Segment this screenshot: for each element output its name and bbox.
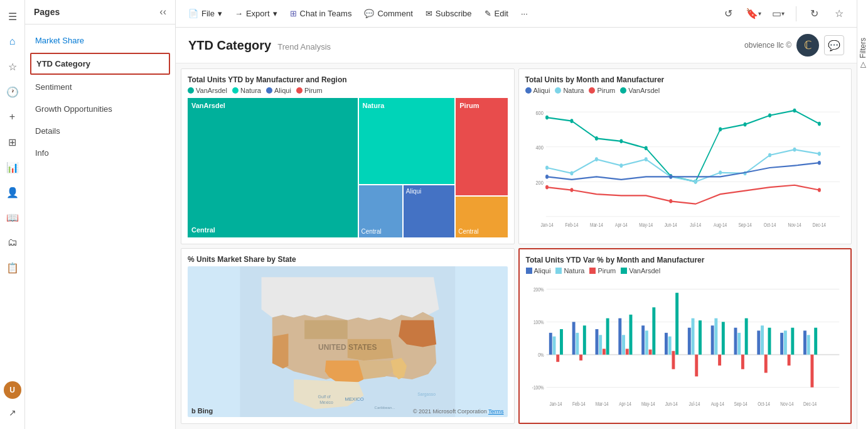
treemap-middle-bottom: Central Aliqui <box>359 185 455 237</box>
svg-rect-81 <box>641 325 645 354</box>
sidebar-item-sentiment[interactable]: Sentiment <box>25 76 175 98</box>
map-copyright[interactable]: © 2021 Microsoft Corporation Terms <box>413 408 504 415</box>
home-button[interactable]: ⌂ <box>1 30 24 53</box>
svg-rect-87 <box>672 351 675 369</box>
bar-chart-visual[interactable]: 200% 100% 0% -100% <box>526 278 845 416</box>
natura-bar-label: Natura <box>564 267 584 274</box>
view-button[interactable]: ▭ ▾ <box>768 4 788 24</box>
treemap-vanarsdel[interactable]: VanArsdel Central <box>188 98 358 237</box>
aliqui-label-treemap: Aliqui <box>274 87 291 94</box>
sidebar-item-details[interactable]: Details <box>25 120 175 142</box>
sidebar-item-growth-opportunities[interactable]: Growth Opportunities <box>25 98 175 120</box>
legend-aliqui-line: Aliqui <box>525 87 550 94</box>
user-avatar[interactable]: U <box>4 381 21 399</box>
vanarsdel-dot <box>188 87 194 94</box>
file-button[interactable]: 📄 File ▾ <box>183 6 227 21</box>
report-subtitle: Trend Analysis <box>277 42 331 52</box>
svg-rect-101 <box>757 330 760 354</box>
undo-button[interactable]: ↺ <box>718 4 738 24</box>
pages-sidebar: Pages ‹‹ Market Share YTD Category Senti… <box>25 0 176 429</box>
svg-rect-107 <box>787 355 790 366</box>
star-report-button[interactable]: ☆ <box>829 4 849 24</box>
collapse-sidebar-button[interactable]: ‹‹ <box>159 6 166 18</box>
vanarsdel-bar-square <box>621 268 627 274</box>
treemap-visual[interactable]: VanArsdel Central Natura Central Ali <box>188 98 508 237</box>
svg-text:Feb-14: Feb-14 <box>565 222 578 228</box>
svg-rect-91 <box>695 355 698 377</box>
recent-button[interactable]: 🕐 <box>1 80 24 103</box>
deployment-button[interactable]: 📋 <box>1 256 24 279</box>
refresh-button[interactable]: ↻ <box>804 4 824 24</box>
sidebar-item-info[interactable]: Info <box>25 142 175 164</box>
chat-in-teams-button[interactable]: ⊞ Chat in Teams <box>285 6 357 21</box>
svg-point-16 <box>768 113 771 117</box>
people-button[interactable]: 👤 <box>1 181 24 204</box>
legend-aliqui-bar: Aliqui <box>526 267 551 274</box>
svg-point-23 <box>644 157 647 161</box>
sidebar-item-market-share[interactable]: Market Share <box>25 30 175 52</box>
edit-button[interactable]: ✎ Edit <box>480 6 513 21</box>
sidebar-item-ytd-category[interactable]: YTD Category <box>30 53 170 75</box>
svg-text:Oct-14: Oct-14 <box>763 222 776 228</box>
create-button[interactable]: + <box>1 106 24 128</box>
svg-text:May-14: May-14 <box>641 401 655 407</box>
map-visual[interactable]: UNITED STATES Sargasso MEXICO Gulf of Me… <box>188 266 508 417</box>
svg-rect-105 <box>780 333 783 355</box>
natura-line-label: Natura <box>563 87 584 94</box>
treemap-pirum[interactable]: Pirum <box>456 98 507 195</box>
svg-point-20 <box>570 171 573 176</box>
treemap-central-mid[interactable]: Central <box>359 185 402 237</box>
vanarsdel-line-dot <box>620 87 626 94</box>
treemap-middle: Natura Central Aliqui <box>359 98 455 237</box>
svg-rect-108 <box>791 328 794 355</box>
bookmark-button[interactable]: 🔖 ▾ <box>743 4 763 24</box>
export-chevron-icon: ▾ <box>273 9 277 18</box>
comment-button[interactable]: 💬 Comment <box>359 6 417 21</box>
svg-text:Sargasso: Sargasso <box>417 392 436 397</box>
svg-text:Apr-14: Apr-14 <box>619 401 631 407</box>
svg-rect-78 <box>622 335 625 354</box>
svg-point-22 <box>619 163 623 168</box>
treemap-central-bottom[interactable]: Central <box>456 197 507 237</box>
svg-text:Nov-14: Nov-14 <box>780 401 794 407</box>
treemap-aliqui[interactable]: Aliqui <box>404 185 455 237</box>
svg-rect-96 <box>721 322 724 354</box>
workspaces-button[interactable]: 🗂 <box>1 231 24 254</box>
svg-rect-83 <box>648 349 651 354</box>
report-header-right: obvience llc © ℂ 💬 <box>744 34 844 57</box>
bing-logo: b Bing <box>191 407 213 415</box>
svg-point-34 <box>545 185 549 190</box>
svg-rect-77 <box>618 318 621 355</box>
learn-button[interactable]: 📖 <box>1 206 24 229</box>
legend-natura-line: Natura <box>555 87 584 94</box>
line-chart-visual[interactable]: 600 400 200 <box>525 98 845 237</box>
teams-icon: ⊞ <box>290 9 297 18</box>
deployment-icon: 📋 <box>6 262 19 274</box>
filters-button[interactable]: ▽ Filters <box>859 38 867 70</box>
expand-rail-button[interactable]: ↗ <box>1 401 24 424</box>
toolbar: 📄 File ▾ → Export ▾ ⊞ Chat in Teams 💬 Co… <box>176 0 857 28</box>
home-icon: ⌂ <box>9 36 16 47</box>
svg-text:Jan-14: Jan-14 <box>540 222 554 228</box>
export-button[interactable]: → Export ▾ <box>230 6 282 21</box>
report-chat-button[interactable]: 💬 <box>824 35 844 55</box>
apps-button[interactable]: ⊞ <box>1 131 24 153</box>
svg-rect-65 <box>549 333 552 355</box>
svg-point-10 <box>619 139 623 143</box>
hamburger-menu-button[interactable]: ☰ <box>1 5 24 28</box>
svg-rect-102 <box>761 325 764 354</box>
metrics-button[interactable]: 📊 <box>1 156 24 178</box>
bar-chart-svg: 200% 100% 0% -100% <box>526 278 845 416</box>
more-button[interactable]: ··· <box>516 6 533 21</box>
favorites-button[interactable]: ☆ <box>1 55 24 78</box>
svg-rect-89 <box>687 328 690 355</box>
svg-text:Aug-14: Aug-14 <box>710 401 724 407</box>
subscribe-button[interactable]: ✉ Subscribe <box>421 6 477 21</box>
apps-icon: ⊞ <box>8 136 16 148</box>
company-logo-button[interactable]: ℂ <box>796 34 819 57</box>
treemap-natura[interactable]: Natura <box>359 98 455 184</box>
report-title-area: YTD Category Trend Analysis <box>188 38 331 53</box>
svg-rect-98 <box>737 333 741 355</box>
svg-text:MEXICO: MEXICO <box>345 396 363 402</box>
svg-rect-112 <box>814 328 817 355</box>
